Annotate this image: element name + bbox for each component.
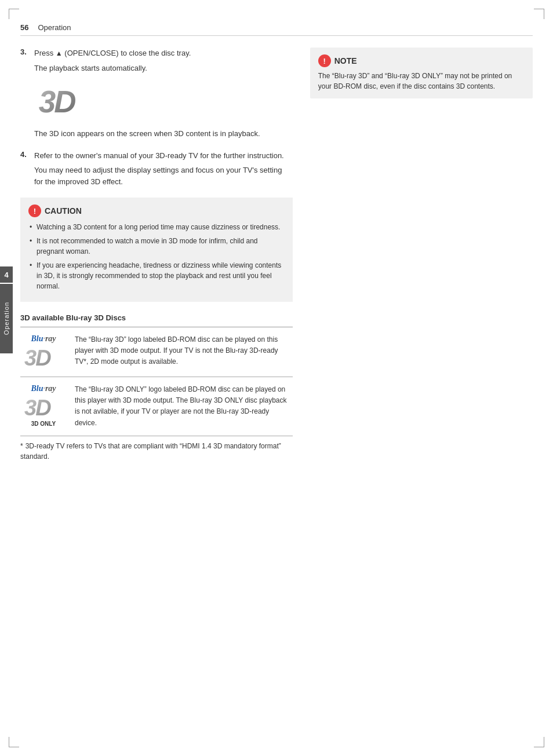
step-4-text: Refer to the owner's manual of your 3D-r… (34, 150, 284, 162)
svg-text:3D: 3D (24, 346, 51, 370)
left-column: 3. Press ▲ (OPEN/CLOSE) to close the dis… (20, 48, 293, 462)
note-icon: ! (318, 54, 331, 67)
discs-table: Blu·ray 3D (20, 327, 293, 436)
note-header: ! NOTE (318, 54, 525, 67)
3d-icon-display: 3D (34, 79, 86, 120)
step-4-number: 4. (20, 150, 31, 159)
caution-item-2: It is not recommended to watch a movie i… (28, 236, 285, 257)
3d-logo-small-1: 3D (23, 344, 64, 370)
corner-decoration-tl (9, 9, 19, 19)
note-text: The “Blu-ray 3D” and “Blu-ray 3D ONLY” m… (318, 71, 525, 92)
disc-logo-col-1: Blu·ray 3D (20, 334, 67, 370)
svg-text:3D: 3D (38, 84, 75, 118)
eject-icon: ▲ (56, 49, 63, 57)
note-title: NOTE (334, 56, 357, 65)
step-3-subtext: The playback starts automatically. (34, 63, 293, 74)
caution-item-3: If you are experiencing headache, tiredn… (28, 260, 285, 291)
disc-row-2: Blu·ray 3D (20, 377, 293, 436)
footnote-star: * (20, 442, 23, 450)
step-3: 3. Press ▲ (OPEN/CLOSE) to close the dis… (20, 48, 293, 140)
footnote: *3D-ready TV refers to TVs that are comp… (20, 441, 293, 462)
page-header: 56 Operation (20, 23, 533, 36)
page-number: 56 (20, 23, 28, 32)
corner-decoration-br (534, 737, 544, 747)
note-box: ! NOTE The “Blu-ray 3D” and “Blu-ray 3D … (310, 48, 533, 98)
step-3-subtext2: The 3D icon appears on the screen when 3… (34, 128, 293, 140)
disc-row-1: Blu·ray 3D (20, 327, 293, 377)
disc-text-col-1: The “Blu-ray 3D” logo labeled BD-ROM dis… (75, 334, 293, 368)
footnote-text: 3D-ready TV refers to TVs that are compl… (20, 442, 281, 461)
two-column-layout: 3. Press ▲ (OPEN/CLOSE) to close the dis… (20, 48, 533, 462)
svg-text:3D: 3D (24, 396, 51, 419)
content-area: 56 Operation 3. Press ▲ (OPEN/CLOSE) to … (20, 17, 533, 462)
caution-box: ! CAUTION Watching a 3D content for a lo… (20, 198, 293, 302)
caution-header: ! CAUTION (28, 204, 285, 217)
step-3-header: 3. Press ▲ (OPEN/CLOSE) to close the dis… (20, 48, 293, 59)
caution-title: CAUTION (45, 206, 82, 216)
discs-section: 3D available Blu-ray 3D Discs Blu·ray (20, 313, 293, 462)
page-section-title: Operation (38, 23, 71, 32)
disc-logo-col-2: Blu·ray 3D (20, 384, 67, 427)
3d-only-label: 3D ONLY (31, 421, 56, 427)
page-container: 4 Operation 56 Operation 3. Press ▲ (OPE… (0, 0, 553, 756)
sidebar-tab-label: Operation (3, 302, 10, 335)
step-4-subtext: You may need to adjust the display setti… (34, 165, 293, 187)
step-3-text: Press ▲ (OPEN/CLOSE) to close the disc t… (34, 48, 191, 59)
bluray-logo-2: Blu·ray (31, 384, 56, 393)
3d-logo-svg: 3D (36, 81, 85, 119)
sidebar-tab: Operation (0, 284, 13, 353)
disc-text-col-2: The “Blu-ray 3D ONLY” logo labeled BD-RO… (75, 384, 293, 429)
corner-decoration-tr (534, 9, 544, 19)
step-4-header: 4. Refer to the owner's manual of your 3… (20, 150, 293, 162)
right-column: ! NOTE The “Blu-ray 3D” and “Blu-ray 3D … (310, 48, 533, 462)
caution-item-1: Watching a 3D content for a long period … (28, 222, 285, 232)
corner-decoration-bl (9, 737, 19, 747)
bluray-logo-1: Blu·ray (31, 334, 56, 344)
discs-section-heading: 3D available Blu-ray 3D Discs (20, 313, 293, 322)
step-3-number: 3. (20, 48, 31, 56)
step-4: 4. Refer to the owner's manual of your 3… (20, 150, 293, 188)
caution-icon: ! (28, 204, 41, 217)
3d-logo-small-2: 3D (23, 393, 64, 419)
caution-list: Watching a 3D content for a long period … (28, 222, 285, 291)
sidebar-chapter-number: 4 (0, 266, 13, 283)
